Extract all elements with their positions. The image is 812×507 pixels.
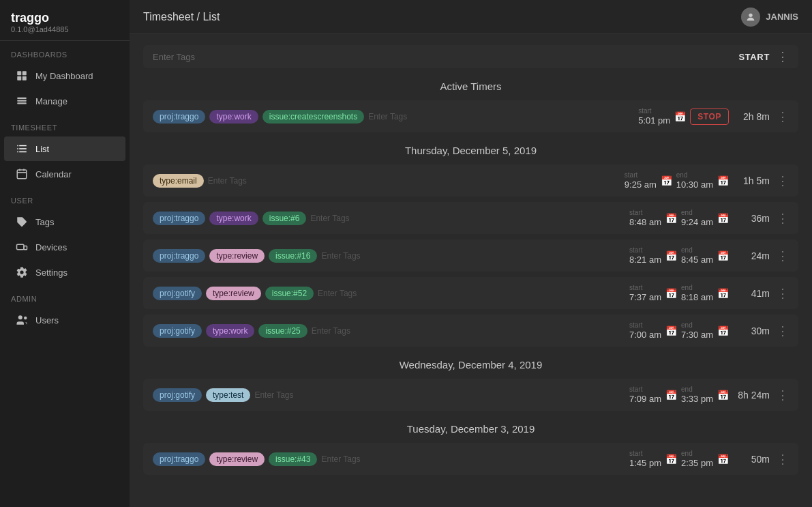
end-time-block: end 8:18 am [681, 284, 713, 302]
sidebar-item-tags[interactable]: Tags [4, 209, 125, 234]
sidebar-section-label-admin: Admin [0, 285, 130, 307]
tag-issue-25: issue:#25 [258, 324, 307, 338]
tag-proj-traggo: proj:traggo [153, 110, 205, 124]
row-tags: proj:traggo type:review issue:#43 [153, 452, 423, 466]
row-tags-input[interactable] [310, 214, 412, 223]
sidebar-item-label: Devices [35, 242, 67, 252]
row-menu-button[interactable]: ⋮ [777, 212, 789, 224]
timer-bar: START ⋮ [143, 45, 798, 68]
tag-proj-traggo: proj:traggo [153, 452, 205, 466]
sidebar: traggo 0.1.0@1ad44885 Dashboards My Dash… [0, 0, 130, 507]
row-tags: proj:traggo type:work issue:createscreen… [153, 110, 470, 124]
end-calendar-icon[interactable]: 📅 [717, 454, 729, 465]
start-time-block: start 8:48 am [629, 209, 661, 227]
section-dec3: Tuesday, December 3, 2019 [143, 423, 798, 435]
table-row: proj:traggo type:work issue:createscreen… [143, 100, 798, 132]
username: JANNIS [766, 12, 798, 22]
row-menu-button[interactable]: ⋮ [777, 111, 789, 123]
table-row: proj:traggo type:review issue:#43 start … [143, 443, 798, 475]
start-calendar-icon[interactable]: 📅 [665, 325, 677, 336]
end-calendar-icon[interactable]: 📅 [717, 250, 729, 261]
sidebar-section-label-timesheet: Timesheet [0, 114, 130, 136]
list-icon [15, 142, 29, 156]
start-time-block: start 7:37 am [629, 284, 661, 302]
start-time-block: start 7:00 am [629, 321, 661, 340]
settings-icon [15, 265, 29, 279]
tag-proj-gotify: proj:gotify [153, 388, 202, 402]
svg-rect-6 [17, 102, 27, 104]
timer-tags-input[interactable] [153, 52, 732, 62]
content: START ⋮ Active Timers proj:traggo type:w… [130, 34, 812, 507]
svg-rect-7 [17, 170, 27, 179]
sidebar-item-users[interactable]: Users [4, 308, 125, 332]
end-time-block: end 9:24 am [681, 209, 713, 227]
sidebar-item-devices[interactable]: Devices [4, 235, 125, 259]
svg-rect-4 [17, 98, 27, 99]
end-calendar-icon[interactable]: 📅 [717, 175, 729, 186]
row-tags: proj:traggo type:work issue:#6 [153, 212, 412, 225]
app-version: 0.1.0@1ad44885 [11, 25, 119, 33]
table-row: proj:traggo type:review issue:#16 start … [143, 240, 798, 272]
tag-proj-gotify: proj:gotify [153, 324, 202, 338]
sidebar-item-list[interactable]: List [4, 136, 125, 161]
end-time-block: end 10:30 am [676, 171, 713, 190]
end-calendar-icon[interactable]: 📅 [717, 390, 729, 401]
svg-rect-3 [22, 76, 27, 81]
topbar-user: JANNIS [741, 8, 798, 27]
row-menu-button[interactable]: ⋮ [777, 250, 789, 262]
row-time: start 9:25 am 📅 end 10:30 am 📅 1h 5m ⋮ [625, 171, 789, 190]
row-tags-input[interactable] [321, 251, 423, 261]
svg-point-14 [18, 315, 22, 319]
start-calendar-icon[interactable]: 📅 [665, 250, 677, 261]
timer-more-button[interactable]: ⋮ [777, 50, 789, 63]
stop-button[interactable]: STOP [690, 108, 729, 125]
calendar-icon [15, 167, 29, 181]
start-calendar-icon[interactable]: 📅 [665, 454, 677, 465]
sidebar-item-label: List [35, 144, 49, 154]
end-calendar-icon[interactable]: 📅 [717, 325, 729, 336]
sidebar-section-label-user: User [0, 187, 130, 209]
sidebar-item-label: Calendar [35, 169, 72, 179]
sidebar-item-my-dashboard[interactable]: My Dashboard [4, 63, 125, 88]
sidebar-item-manage[interactable]: Manage [4, 89, 125, 113]
start-calendar-icon[interactable]: 📅 [661, 175, 672, 186]
sidebar-item-settings[interactable]: Settings [4, 260, 125, 285]
row-tags-input[interactable] [208, 176, 310, 186]
svg-point-11 [18, 218, 20, 220]
table-row: proj:gotify type:work issue:#25 start 7:… [143, 315, 798, 347]
end-time-block: end 8:45 am [681, 246, 713, 265]
row-tags-input[interactable] [368, 112, 470, 121]
start-calendar-icon[interactable]: 📅 [674, 111, 686, 122]
row-tags-input[interactable] [318, 289, 420, 298]
start-calendar-icon[interactable]: 📅 [665, 288, 677, 299]
devices-icon [15, 240, 29, 254]
end-calendar-icon[interactable]: 📅 [717, 213, 729, 224]
start-calendar-icon[interactable]: 📅 [665, 213, 677, 224]
row-tags-input[interactable] [321, 454, 423, 464]
row-menu-button[interactable]: ⋮ [777, 287, 789, 300]
row-duration: 30m [737, 325, 770, 336]
start-time-block: start 1:45 pm [629, 450, 661, 468]
end-calendar-icon[interactable]: 📅 [717, 288, 729, 299]
row-menu-button[interactable]: ⋮ [777, 175, 789, 187]
row-menu-button[interactable]: ⋮ [777, 389, 789, 401]
sidebar-item-calendar[interactable]: Calendar [4, 162, 125, 186]
sidebar-section-label-dashboards: Dashboards [0, 41, 130, 63]
sidebar-section-admin: Admin Users [0, 285, 130, 333]
row-tags: proj:gotify type:test [153, 388, 357, 402]
start-calendar-icon[interactable]: 📅 [665, 390, 677, 401]
row-time: start 7:00 am 📅 end 7:30 am 📅 30m ⋮ [629, 321, 789, 340]
row-duration: 41m [737, 288, 770, 299]
svg-rect-5 [17, 100, 27, 102]
table-row: proj:gotify type:review issue:#52 start … [143, 277, 798, 309]
row-menu-button[interactable]: ⋮ [777, 325, 789, 337]
row-tags-input[interactable] [254, 390, 357, 400]
row-tags-input[interactable] [312, 326, 414, 336]
row-menu-button[interactable]: ⋮ [777, 453, 789, 465]
start-button[interactable]: START [738, 52, 770, 62]
start-time-block: start 9:25 am [625, 171, 657, 190]
end-time-block: end 2:35 pm [681, 450, 713, 468]
sidebar-item-label: Users [35, 315, 59, 325]
app-name: traggo [11, 11, 119, 25]
avatar [741, 8, 760, 27]
